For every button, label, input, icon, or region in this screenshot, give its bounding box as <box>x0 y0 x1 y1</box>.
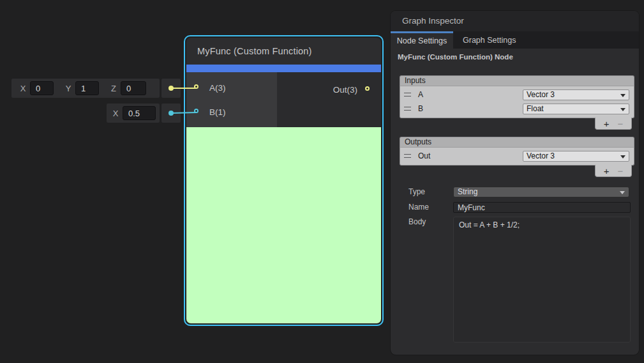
name-field[interactable] <box>453 202 631 213</box>
port-a-label: A(3) <box>209 83 226 93</box>
body-field[interactable]: Out = A + B + 1/2; <box>453 217 631 343</box>
outputs-list-body: Out Vector 3 <box>400 147 634 166</box>
x-axis-label: X <box>112 109 119 118</box>
output-out-type-dropdown[interactable]: Vector 3 <box>523 151 629 162</box>
custom-function-node[interactable]: MyFunc (Custom Function) A(3) B(1) Out(3… <box>186 38 381 323</box>
list-item[interactable]: Out Vector 3 <box>400 149 634 163</box>
input-a-type-value: Vector 3 <box>527 90 555 99</box>
inspector-title: Graph Inspector <box>391 11 639 31</box>
port-out-label: Out(3) <box>333 85 357 95</box>
list-item[interactable]: B Float <box>400 102 634 116</box>
inputs-list: Inputs A Vector 3 B Float <box>400 75 634 118</box>
graph-inspector-panel: Graph Inspector Node Settings Graph Sett… <box>391 11 639 355</box>
input-b-type-value: Float <box>527 104 544 113</box>
dropdown-arrow-icon <box>620 108 625 111</box>
list-item[interactable]: A Vector 3 <box>400 88 634 102</box>
x-axis-label: X <box>19 84 27 93</box>
node-input-ports-panel <box>186 72 277 127</box>
type-label: Type <box>408 187 425 196</box>
output-out-type-value: Vector 3 <box>527 151 555 160</box>
remove-output-button[interactable]: − <box>617 166 623 176</box>
output-out-name: Out <box>418 151 430 160</box>
inputs-list-footer: + − <box>595 118 632 130</box>
y-axis-label: Y <box>64 84 72 93</box>
tab-graph-settings[interactable]: Graph Settings <box>453 31 525 49</box>
input-b-type-dropdown[interactable]: Float <box>523 104 629 114</box>
inspector-content: MyFunc (Custom Function) Node Inputs A V… <box>391 49 639 355</box>
node-title[interactable]: MyFunc (Custom Function) <box>186 38 381 65</box>
add-input-button[interactable]: + <box>604 118 610 129</box>
float-x-field[interactable] <box>123 106 156 120</box>
port-b-label: B(1) <box>209 107 226 117</box>
name-label: Name <box>408 203 429 212</box>
vector3-input-widget: X Y Z <box>11 79 160 98</box>
inputs-list-header: Inputs <box>400 75 634 86</box>
node-settings-heading: MyFunc (Custom Function) Node <box>398 53 513 61</box>
node-output-ports-panel <box>277 72 381 127</box>
input-a-name: A <box>418 90 423 99</box>
dropdown-arrow-icon <box>620 191 625 194</box>
outputs-list-footer: + − <box>595 165 632 177</box>
outputs-list: Outputs Out Vector 3 <box>400 137 634 166</box>
inspector-tabs: Node Settings Graph Settings <box>391 31 639 49</box>
node-accent-bar <box>186 65 381 72</box>
add-output-button[interactable]: + <box>604 166 610 176</box>
type-dropdown[interactable]: String <box>453 187 629 197</box>
type-value: String <box>458 187 477 196</box>
edge-float-to-b[interactable] <box>171 112 196 113</box>
tab-node-settings[interactable]: Node Settings <box>391 31 453 49</box>
z-axis-label: Z <box>110 84 117 93</box>
vector3-y-field[interactable] <box>75 81 99 95</box>
port-out-icon[interactable] <box>365 86 370 91</box>
dropdown-arrow-icon <box>620 155 625 158</box>
drag-handle-icon[interactable] <box>404 107 411 111</box>
dropdown-arrow-icon <box>620 94 625 97</box>
remove-input-button[interactable]: − <box>617 118 623 129</box>
vector3-z-field[interactable] <box>121 81 146 95</box>
node-preview <box>186 127 381 323</box>
input-b-name: B <box>418 104 423 113</box>
body-label: Body <box>408 217 426 226</box>
node-ports-section: A(3) B(1) Out(3) <box>186 72 381 127</box>
drag-handle-icon[interactable] <box>404 93 411 97</box>
outputs-list-header: Outputs <box>400 137 634 147</box>
drag-handle-icon[interactable] <box>404 154 411 158</box>
float-input-widget: X <box>107 104 160 123</box>
shader-graph-window: { "graph": { "vector3_widget": { "labels… <box>0 0 644 363</box>
input-a-type-dropdown[interactable]: Vector 3 <box>523 89 629 100</box>
inputs-list-body: A Vector 3 B Float <box>400 86 634 118</box>
vector3-x-field[interactable] <box>30 81 54 95</box>
